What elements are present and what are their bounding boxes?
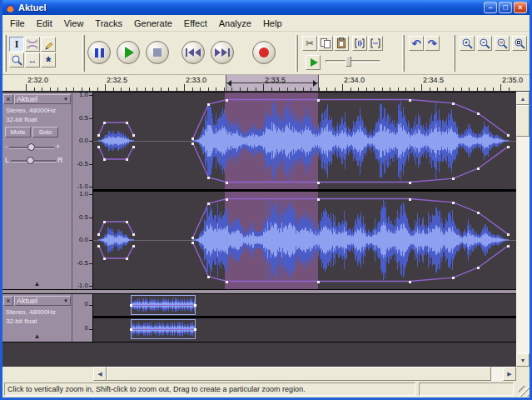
- pan-thumb[interactable]: [27, 157, 34, 164]
- gain-thumb[interactable]: [27, 143, 35, 151]
- toolbar-gripper[interactable]: [402, 35, 405, 72]
- tick: [493, 88, 494, 91]
- rewind-button[interactable]: [181, 41, 205, 64]
- menu-item-help[interactable]: Help: [257, 16, 288, 31]
- timeline-label: 2:33.0: [186, 76, 206, 84]
- horizontal-scrollbar[interactable]: ◀ ▶: [93, 367, 516, 381]
- forward-button[interactable]: [211, 41, 234, 64]
- slider-thumb[interactable]: [346, 56, 351, 67]
- tick: [453, 88, 454, 91]
- ruler-tick: [89, 218, 92, 218]
- menu-item-edit[interactable]: Edit: [31, 16, 58, 31]
- tick-major: [263, 84, 264, 91]
- play-at-speed-button[interactable]: [306, 55, 321, 70]
- track-1-vertical-ruler[interactable]: 1.00.50.0-0.5-1.01.00.50.0-0.5-1.0: [72, 92, 93, 289]
- mute-button[interactable]: Mute: [5, 127, 31, 138]
- menu-item-tracks[interactable]: Tracks: [89, 16, 128, 31]
- track-menu[interactable]: Aktuel ▼: [14, 94, 71, 104]
- timeshift-tool-button[interactable]: ↔: [25, 52, 40, 68]
- close-button[interactable]: ×: [514, 2, 527, 13]
- tick: [398, 88, 399, 91]
- title-bar[interactable]: Aktuel – □ ×: [2, 0, 530, 15]
- menu-item-generate[interactable]: Generate: [128, 16, 178, 31]
- scroll-left-button[interactable]: ◀: [93, 367, 107, 381]
- track-menu[interactable]: Aktuel ▼: [14, 296, 71, 306]
- collapse-button[interactable]: ▲: [2, 332, 72, 341]
- vertical-scroll-thumb[interactable]: [516, 105, 530, 137]
- copy-button[interactable]: [318, 36, 333, 51]
- scroll-right-button[interactable]: ▶: [503, 367, 516, 381]
- resize-grip[interactable]: [519, 386, 530, 397]
- tick-major: [184, 84, 185, 91]
- gain-slider[interactable]: - +: [2, 142, 72, 151]
- playback-speed-slider[interactable]: [326, 56, 380, 68]
- paste-button[interactable]: [334, 36, 349, 51]
- skip-end-icon: [215, 48, 230, 57]
- zoom-out-button[interactable]: [477, 36, 492, 51]
- track-close-button[interactable]: ×: [3, 296, 13, 306]
- toolbar-gripper[interactable]: [4, 35, 7, 72]
- menu-item-analyze[interactable]: Analyze: [213, 16, 257, 31]
- track-1-waveform[interactable]: [93, 92, 516, 289]
- zoom-in-button[interactable]: [460, 36, 475, 51]
- menu-item-file[interactable]: File: [4, 16, 31, 31]
- silence-icon: [370, 38, 381, 49]
- play-button[interactable]: [117, 41, 140, 64]
- ruler-label: -1.0: [77, 183, 88, 190]
- stop-button[interactable]: [146, 41, 169, 64]
- track-2: × Aktuel ▼ Stereo, 48000Hz 32-bit float …: [2, 293, 516, 342]
- multi-tool-button[interactable]: *: [41, 52, 56, 68]
- pan-left-label: L: [5, 156, 9, 164]
- minimize-button[interactable]: –: [484, 2, 497, 13]
- toolbar-gripper[interactable]: [82, 35, 85, 72]
- tick: [414, 88, 415, 91]
- envelope-tool-button[interactable]: [25, 37, 40, 52]
- horizontal-scroll-thumb[interactable]: [107, 367, 491, 381]
- tick-major: [421, 84, 422, 91]
- pan-slider[interactable]: L R: [2, 156, 72, 164]
- scroll-down-button[interactable]: ▼: [516, 353, 530, 367]
- ruler-label: -1.0: [77, 282, 88, 289]
- tick: [231, 88, 232, 91]
- timeshift-icon: ↔: [28, 56, 37, 65]
- tick: [200, 88, 201, 91]
- silence-button[interactable]: [368, 36, 383, 51]
- record-button[interactable]: [252, 41, 276, 64]
- track-close-button[interactable]: ×: [3, 94, 13, 104]
- toolbar-gripper[interactable]: [453, 35, 455, 72]
- timeline-label: 2:32.0: [27, 76, 48, 84]
- track-2-vertical-ruler[interactable]: 00: [72, 294, 93, 342]
- fit-selection-button[interactable]: [495, 36, 510, 51]
- tick: [477, 88, 478, 91]
- fit-project-button[interactable]: [512, 36, 527, 51]
- zoom-tool-button[interactable]: [9, 52, 24, 68]
- selection-right-arrow[interactable]: [313, 80, 317, 87]
- undo-button[interactable]: ↶: [409, 36, 424, 51]
- toolbar-gripper[interactable]: [296, 35, 298, 72]
- trim-button[interactable]: [352, 36, 367, 51]
- menu-item-view[interactable]: View: [58, 16, 90, 31]
- draw-tool-button[interactable]: [41, 37, 56, 52]
- selection-left-arrow[interactable]: [227, 80, 231, 87]
- selection-tool-button[interactable]: I: [9, 37, 24, 52]
- vertical-scrollbar[interactable]: ▲ ▼: [516, 92, 530, 367]
- tick-major: [342, 84, 343, 91]
- tick: [192, 88, 193, 91]
- track-2-waveform[interactable]: [93, 294, 516, 342]
- ruler-label: 0: [85, 325, 88, 332]
- tick: [366, 88, 367, 91]
- tick: [66, 88, 67, 91]
- tick-major: [26, 84, 27, 91]
- tick: [461, 88, 462, 91]
- redo-button[interactable]: ↷: [425, 36, 440, 51]
- solo-button[interactable]: Solo: [32, 127, 58, 138]
- timeline-ruler[interactable]: 2:32.02:32.52:33.02:33.52:34.02:34.52:35…: [2, 75, 530, 92]
- maximize-button[interactable]: □: [499, 2, 512, 13]
- collapse-button[interactable]: ▲: [2, 280, 72, 288]
- menu-item-effect[interactable]: Effect: [178, 16, 213, 31]
- menu-bar: FileEditViewTracksGenerateEffectAnalyzeH…: [2, 15, 530, 32]
- scroll-up-button[interactable]: ▲: [516, 92, 530, 105]
- tick: [485, 88, 485, 91]
- cut-button[interactable]: ✂: [302, 36, 317, 51]
- pause-button[interactable]: [87, 41, 111, 64]
